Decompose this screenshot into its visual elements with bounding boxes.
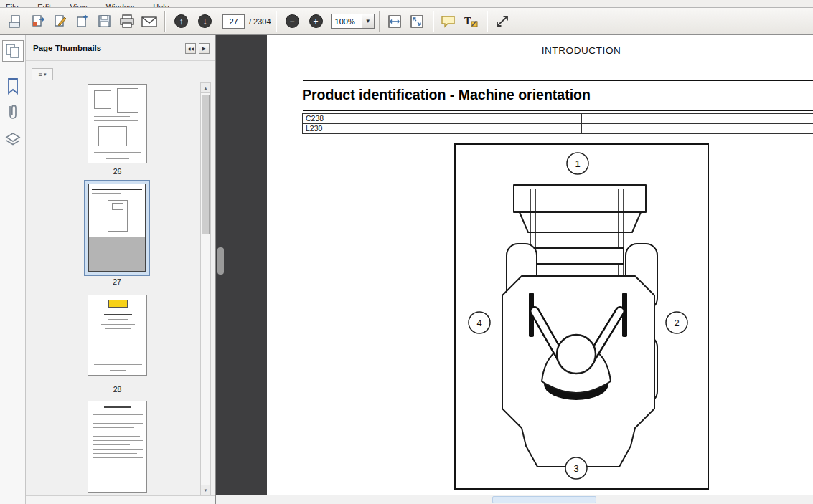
convert-icon xyxy=(30,14,46,29)
fit-width-icon xyxy=(386,14,403,29)
fit-width-button[interactable] xyxy=(384,11,406,32)
print-preview-icon xyxy=(8,14,24,29)
chevron-down-icon[interactable]: ▼ xyxy=(362,14,374,28)
menu-edit[interactable]: Edit xyxy=(37,3,51,8)
menu-file[interactable]: File xyxy=(6,3,19,8)
thumbnail-page-27[interactable] xyxy=(88,184,146,272)
zoom-in-button[interactable]: + xyxy=(309,14,323,28)
thumbnail-page-26[interactable] xyxy=(88,84,147,163)
hscrollbar-thumb[interactable] xyxy=(492,496,596,503)
svg-text:2: 2 xyxy=(674,318,679,328)
print-button[interactable] xyxy=(116,11,138,32)
callout-4: 4 xyxy=(469,312,490,333)
upload-icon xyxy=(75,14,90,29)
collapse-panel-button[interactable]: ◀◀ xyxy=(185,43,196,54)
page-thumbnails-panel: Page Thumbnails ◀◀ ▶ ≡ ▾ 26 xyxy=(26,35,216,504)
table-row: L230 xyxy=(303,124,813,134)
list-icon: ≡ xyxy=(39,71,42,78)
comment-icon xyxy=(440,14,457,29)
thumbnail-page-29[interactable] xyxy=(88,401,147,493)
section-header: INTRODUCTION xyxy=(509,45,653,56)
fullscreen-button[interactable] xyxy=(492,11,514,32)
orientation-figure: 1 2 3 4 xyxy=(454,143,709,490)
print-icon xyxy=(118,14,136,29)
zoom-level-value: 100% xyxy=(332,14,362,28)
model-cell: L230 xyxy=(303,124,582,133)
svg-text:3: 3 xyxy=(573,463,578,474)
page-total-label: / 2304 xyxy=(249,17,271,26)
machine-orientation-diagram: 1 2 3 4 xyxy=(456,145,708,488)
callout-1: 1 xyxy=(567,153,588,174)
toolbar-separator xyxy=(433,11,433,32)
paperclip-icon xyxy=(4,103,22,123)
expand-panel-button[interactable]: ▶ xyxy=(199,43,210,54)
zoom-out-button[interactable]: − xyxy=(286,14,299,28)
fit-page-icon xyxy=(408,14,426,29)
callout-2: 2 xyxy=(666,312,687,333)
thumbnail-options-button[interactable]: ≡ ▾ xyxy=(32,68,53,80)
toolbar-separator xyxy=(164,11,165,32)
menu-help[interactable]: Help xyxy=(153,3,169,8)
convert-button[interactable] xyxy=(27,11,49,32)
page-number-input[interactable] xyxy=(222,14,245,29)
next-page-button[interactable]: ↓ xyxy=(198,14,212,28)
panel-splitter-handle[interactable] xyxy=(217,247,224,275)
thumbnail-label-26[interactable]: 26 xyxy=(88,167,147,176)
print-preview-button[interactable] xyxy=(4,11,27,32)
text-highlight-button[interactable]: T xyxy=(460,11,482,32)
document-horizontal-scrollbar[interactable] xyxy=(216,495,813,504)
title-rule-top xyxy=(303,80,813,81)
previous-page-button[interactable]: ↑ xyxy=(174,14,188,28)
fit-page-button[interactable] xyxy=(406,11,428,32)
chevron-down-icon: ▾ xyxy=(44,72,47,77)
panel-divider xyxy=(26,60,215,61)
callout-3: 3 xyxy=(565,457,587,479)
scroll-down-button[interactable]: ▼ xyxy=(201,485,210,495)
svg-text:4: 4 xyxy=(476,318,481,328)
layers-tab[interactable] xyxy=(0,131,26,150)
thumbnail-page-28[interactable] xyxy=(88,295,147,376)
email-button[interactable] xyxy=(138,11,160,32)
panel-bottom-scrollbar[interactable] xyxy=(26,495,215,504)
zoom-level-select[interactable]: 100% ▼ xyxy=(331,14,375,29)
comment-button[interactable] xyxy=(438,11,460,32)
title-rule-bottom xyxy=(303,110,813,111)
svg-text:T: T xyxy=(464,16,471,27)
scrollbar-thumb[interactable] xyxy=(202,95,210,234)
scroll-up-button[interactable]: ▲ xyxy=(201,83,210,93)
share-upload-button[interactable] xyxy=(71,11,93,32)
text-highlight-icon: T xyxy=(462,14,479,29)
menu-view[interactable]: View xyxy=(70,3,88,8)
layers-icon xyxy=(4,131,22,150)
table-row: C238 xyxy=(303,114,813,124)
email-icon xyxy=(141,14,158,29)
thumbnail-label-28[interactable]: 28 xyxy=(88,385,147,394)
pages-icon xyxy=(4,42,22,60)
edit-icon xyxy=(52,14,68,29)
model-cell: C238 xyxy=(303,114,582,123)
save-button[interactable] xyxy=(93,11,116,32)
svg-text:1: 1 xyxy=(575,158,580,169)
page-thumbnails-tab[interactable] xyxy=(2,40,24,62)
edit-button[interactable] xyxy=(49,11,71,32)
page-title: Product identification - Machine orienta… xyxy=(302,87,591,103)
thumbnail-selection-box[interactable] xyxy=(84,180,150,276)
fullscreen-icon xyxy=(494,14,511,29)
toolbar-separator xyxy=(379,11,380,32)
save-icon xyxy=(97,14,113,29)
thumbnail-scrollbar[interactable]: ▲ ▼ xyxy=(200,82,211,495)
menu-bar: File Edit View Window Help xyxy=(0,0,813,8)
bookmarks-tab[interactable] xyxy=(0,77,26,95)
document-page: INTRODUCTION Product identification - Ma… xyxy=(267,35,813,504)
toolbar-separator xyxy=(487,11,487,32)
toolbar-separator xyxy=(276,11,276,32)
menu-window[interactable]: Window xyxy=(106,3,134,8)
toolbar: ↑ ↓ / 2304 − + 100% ▼ T xyxy=(0,8,813,35)
navigation-icon-strip xyxy=(0,35,26,504)
model-table: C238 L230 xyxy=(302,113,813,134)
bookmark-icon xyxy=(4,77,22,95)
attachments-tab[interactable] xyxy=(0,103,26,123)
panel-title: Page Thumbnails xyxy=(33,44,101,52)
thumbnail-label-27[interactable]: 27 xyxy=(84,277,150,286)
